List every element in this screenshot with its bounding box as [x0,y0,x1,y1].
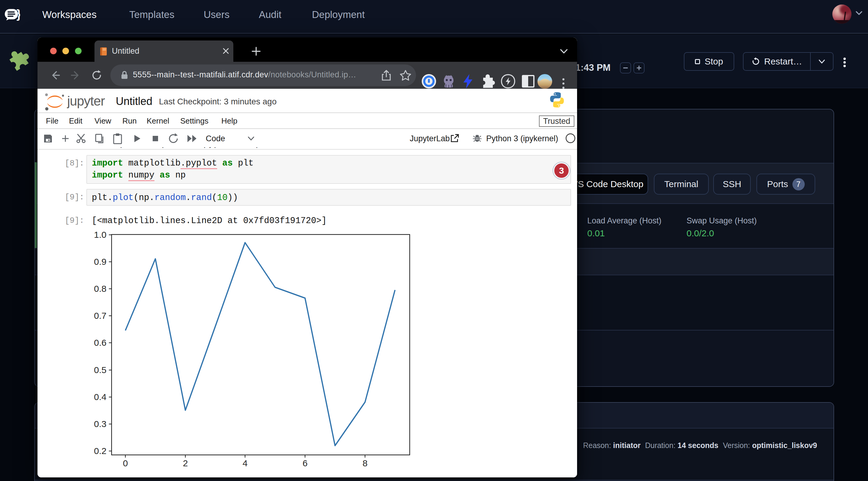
svg-text:8: 8 [363,458,368,468]
svg-text:0.9: 0.9 [94,257,106,266]
svg-text:2: 2 [183,458,188,468]
svg-text:}: } [17,8,20,21]
svg-text:0.5: 0.5 [94,365,106,375]
svg-text:0.8: 0.8 [94,284,106,294]
svg-text:0.7: 0.7 [94,311,106,321]
svg-text:6: 6 [303,458,308,468]
svg-text:0: 0 [123,458,128,468]
svg-text:1.0: 1.0 [94,230,106,239]
svg-text:4: 4 [243,458,248,468]
svg-text:0.2: 0.2 [94,446,106,456]
svg-text:0.4: 0.4 [94,392,106,402]
svg-text:0.3: 0.3 [94,419,106,429]
svg-text:0.6: 0.6 [94,338,106,348]
